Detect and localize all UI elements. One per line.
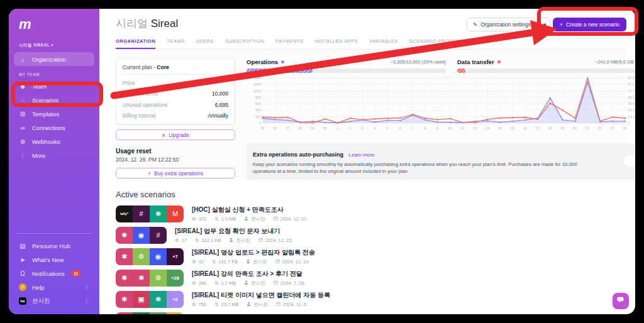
calendar-icon	[276, 302, 280, 307]
item-menu-icon[interactable]: ⋮	[84, 284, 89, 290]
workspace-label: 시리얼 SIREAL	[19, 43, 50, 47]
tab-subscription[interactable]: SUBSCRIPTION	[225, 38, 264, 49]
sidebar-item-webhooks[interactable]: ⊕Webhooks	[14, 134, 94, 148]
svg-text:26.: 26.	[273, 126, 278, 130]
make-icon: ✱	[116, 227, 133, 244]
create-scenario-button[interactable]: + Create a new scenario	[553, 18, 626, 31]
svg-text:7.: 7.	[411, 126, 414, 130]
data-transfer-icon: ⇅	[214, 280, 218, 286]
owner-name: 전시진	[253, 302, 268, 308]
tab-organization[interactable]: ORGANIZATION	[116, 38, 155, 49]
sidebar-item-resource-hub[interactable]: ▤Resource Hub	[14, 239, 94, 253]
scenario-app-icons: ✱✱⚙+26	[116, 270, 184, 287]
scenario-info: [HOC] 실험실 신청 + 만족도조사⚙372⇅1.3 MB전시진2024. …	[192, 205, 308, 222]
svg-text:27.: 27.	[286, 126, 291, 130]
tab-users[interactable]: USERS	[196, 38, 214, 49]
scenario-row[interactable]: ✱⚙◉+7[SIREAL] 영상 업로드 > 편집자 알림톡 전송⚙92⇅131…	[116, 248, 626, 265]
tab-installed-apps[interactable]: INSTALLED APPS	[314, 38, 358, 49]
sidebar-item-label: What's New	[32, 256, 64, 263]
data-size: 1.7 MB	[221, 280, 236, 286]
main-content: 시리얼 Sireal ✎ Organization settings ▾ + C…	[99, 9, 635, 314]
sidebar-item-whats-new[interactable]: ➤What's New	[14, 253, 94, 266]
data-transfer-dot-icon	[497, 60, 501, 63]
data-transfer-usage: Data transfer ~241.0 MB/5.0 GB (4% used)	[457, 58, 635, 73]
tab-payments[interactable]: PAYMENTS	[275, 38, 303, 49]
upgrade-button[interactable]: ∧ Upgrade	[116, 129, 235, 140]
scenario-row[interactable]: ✱▣❋+2[SIREAL] 티켓 이미지 넣으면 캘린더에 자동 등록⚙750⇅…	[116, 291, 626, 308]
usage-reset-date: 2024. 12. 29. PM 12:22:50	[116, 156, 235, 163]
auto-purchase-description: Keep your scenarios running smoothly by …	[253, 161, 586, 175]
svg-text:1400: 1400	[253, 76, 261, 80]
plan-column: Current plan - Core PriceOperations/mo10…	[116, 58, 235, 180]
svg-text:8.: 8.	[424, 126, 427, 130]
scenario-meta: ⚙750⇅23.7 MB전시진2024. 11. 6.	[192, 302, 330, 308]
svg-text:17.: 17.	[535, 126, 540, 130]
chat-button[interactable]	[613, 293, 629, 309]
buy-extra-operations-button[interactable]: + Buy extra operations	[116, 168, 235, 178]
notification-badge: 11	[72, 270, 80, 276]
svg-text:15.: 15.	[510, 126, 515, 130]
page-title-korean: 시리얼	[116, 18, 148, 30]
learn-more-link[interactable]: Learn more	[348, 152, 374, 158]
operations-count-icon: ⚙	[175, 238, 179, 243]
make-logo[interactable]: m	[19, 16, 94, 33]
svg-text:25.: 25.	[260, 126, 265, 130]
operations-count: 750	[199, 302, 207, 307]
operations-count-icon: ⚙	[192, 302, 196, 307]
operations-dot-icon	[281, 60, 284, 63]
help-icon: ?	[19, 283, 26, 291]
owner-icon	[244, 280, 248, 286]
image-app-icon: ▣	[133, 291, 150, 308]
scenario-info: [SIREAL] 업무 요청 확인 문자 보내기⚙17⇅102.1 KB전시진2…	[175, 227, 293, 244]
owner-name: 전시진	[253, 259, 267, 265]
calendar-icon	[258, 238, 263, 243]
buy-extra-operations-label: Buy extra operations	[154, 170, 203, 177]
scenario-app-icons	[116, 312, 184, 314]
sidebar-item-label: More	[32, 152, 46, 159]
svg-text:23.: 23.	[610, 126, 615, 130]
sidebar-item-templates[interactable]: ⊞Templates	[14, 107, 94, 121]
plan-card-header: Current plan - Core	[123, 64, 228, 75]
plan-detail-value: Annually	[208, 112, 228, 119]
sidebar-item-scenarios[interactable]: ∴Scenarios	[14, 93, 94, 107]
workspace-switcher[interactable]: 시리얼 SIREAL ▾	[19, 43, 94, 48]
calendar-icon	[274, 216, 278, 222]
sidebar-item-team[interactable]: ☻Team	[14, 79, 94, 93]
chevron-up-icon: ∧	[162, 132, 165, 138]
sidebar-item-connections[interactable]: ∞Connections	[14, 121, 94, 134]
link-icon: ∞	[19, 124, 26, 131]
slack-icon: #	[133, 205, 150, 222]
charts-column: Operations ~3,305/10,000 (33% used) Data…	[247, 58, 635, 180]
operations-count: 260	[199, 280, 207, 286]
organization-settings-label: Organization settings	[480, 21, 531, 28]
sidebar-item-label: Organization	[32, 56, 66, 63]
organization-settings-button[interactable]: ✎ Organization settings	[467, 18, 537, 31]
auto-purchase-toggle[interactable]: OFF	[624, 156, 635, 167]
scenario-row[interactable]: ✱✱⚙+26[SIREAL] 강의 만족도 조사 > 후기 전달⚙260⇅1.7…	[116, 270, 626, 287]
organization-settings-dropdown[interactable]: ▾	[540, 18, 550, 31]
item-menu-icon[interactable]: ⋮	[84, 298, 89, 304]
svg-text:400: 400	[255, 108, 261, 112]
data-transfer-progress-bar	[457, 68, 635, 73]
caret-down-icon: ▾	[51, 43, 53, 47]
svg-text:800: 800	[255, 96, 261, 99]
tab-scenario-properties[interactable]: SCENARIO PROPERTIES	[409, 38, 472, 49]
sidebar-item-notifications[interactable]: ΩNotifications11	[14, 266, 94, 280]
data-transfer-usage-text: ~241.0 MB/5.0 GB (4% used)	[595, 59, 635, 65]
sidebar-item-help[interactable]: ?Help⋮	[14, 280, 94, 294]
plus-icon: +	[148, 170, 151, 177]
svg-text:57.2 MB: 57.2 MB	[628, 82, 635, 86]
scenario-list: tally*#❋M[HOC] 실험실 신청 + 만족도조사⚙372⇅1.3 MB…	[116, 205, 626, 314]
sidebar-item-organization[interactable]: ⌂ Organization	[14, 52, 94, 66]
scenario-row[interactable]: tally*#❋M[HOC] 실험실 신청 + 만족도조사⚙372⇅1.3 MB…	[116, 205, 626, 222]
sidebar-item-more[interactable]: ⋮More	[14, 148, 94, 162]
scenario-row[interactable]: ✱◉#[SIREAL] 업무 요청 확인 문자 보내기⚙17⇅102.1 KB전…	[116, 227, 626, 244]
more-apps-badge: +7	[167, 248, 184, 265]
svg-text:28.6 MB: 28.6 MB	[628, 102, 635, 106]
tab-teams[interactable]: TEAMS	[167, 38, 184, 49]
tab-variables[interactable]: VARIABLES	[369, 38, 398, 49]
scenario-info: [SIREAL] 영상 업로드 > 편집자 알림톡 전송⚙92⇅131.7 KB…	[192, 248, 315, 265]
scenario-row[interactable]	[116, 312, 626, 314]
sidebar-item-profile[interactable]: hw전시진⋮	[14, 294, 94, 308]
svg-text:1.: 1.	[336, 126, 340, 130]
